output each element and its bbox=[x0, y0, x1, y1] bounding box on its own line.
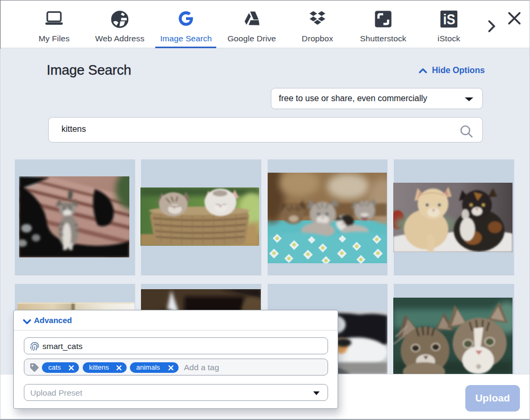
svg-text:iS: iS bbox=[443, 12, 455, 28]
